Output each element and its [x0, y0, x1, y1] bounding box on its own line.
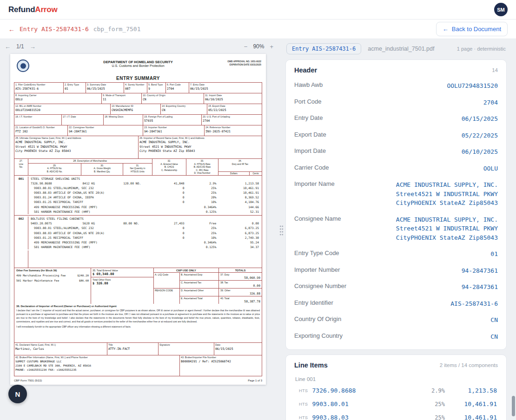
field-row[interactable]: Port Code 2704 [294, 94, 498, 111]
field-label: Exporting Country [294, 332, 343, 339]
field-row[interactable]: Exporting Country CN [294, 328, 498, 345]
component-duty: 10,461.91 [218, 190, 262, 195]
scrollbar-thumb[interactable] [512, 396, 515, 416]
field-row[interactable]: Entry Date 06/15/2025 [294, 111, 498, 127]
breadcrumb: ← Entry AIS-2587431-6 cbp_form_7501 [8, 26, 140, 33]
totals-box: TOTALS 37. Duty 58,060.90 [219, 268, 262, 304]
fee-row: 501 Harbor Maintenance Fee $86.68 [16, 278, 89, 283]
field-row[interactable]: Consignee Number 94-2847361 [294, 279, 498, 295]
form-box-label: 26. Importer of Record Name (Last, First… [139, 137, 261, 140]
component-code-desc: 9903.80.01 STEEL/ALUMINUM, SEC 232 [28, 226, 152, 230]
field-row[interactable]: Importer Number 94-2847361 [294, 262, 498, 279]
total-row: 38. Tax 0.00 [219, 280, 262, 288]
dhs-seal-icon [17, 59, 29, 72]
declarant-name-box: 41. Declarant Name (Last, First, M.I.) M… [14, 343, 107, 355]
breadcrumb-doc-name: cbp_form_7501 [93, 26, 141, 33]
field-row[interactable]: Country Of Origin CN [294, 312, 498, 328]
form-box: 8. Importing Carrier OOLU [14, 93, 102, 104]
form-box-value: 2704 [167, 87, 188, 92]
component-rate: 20% [186, 195, 218, 200]
component-rate: 0.3464% [186, 205, 218, 210]
hts-tag: HTS [299, 402, 308, 407]
line-no: 001 [14, 177, 28, 181]
app-logo[interactable]: RefundArrow [8, 5, 57, 14]
form-box: 17. I.T. Date [62, 115, 104, 125]
field-row[interactable]: Carrier Code OOLU [294, 160, 498, 177]
cbp-form-7501: DEPARTMENT OF HOMELAND SECURITY U.S. Cus… [14, 59, 262, 382]
form-box-label: 9. Mode of Transport [103, 94, 140, 97]
component-row: 9903.01.24 ARTICLE OF CHINA, IEEPA 0 20%… [14, 195, 262, 200]
back-arrow-icon[interactable]: ← [8, 26, 15, 33]
signature-date-box: Date 06/15/2025 [214, 343, 262, 355]
panel-resize-handle[interactable] [279, 225, 284, 236]
col-entered-value: 32. A. Entered Value B. CHGS C. Relation… [152, 159, 186, 175]
field-value: 06/15/2025 [462, 114, 498, 124]
form-box-value: FTZ 202 [15, 130, 66, 134]
col-line-no: 27. Line No. [14, 159, 28, 175]
line-weight: 8412 KG [82, 181, 124, 186]
component-value: 0 [152, 200, 186, 204]
prev-page-icon[interactable]: ← [5, 43, 11, 50]
component-value: 0 [152, 195, 186, 200]
line-components: 9903.80.01 STEEL/ALUMINUM, SEC 232 0 25%… [14, 186, 262, 214]
total-amount: 0.00 [220, 284, 260, 288]
component-row: 9903.80.01 STEEL/ALUMINUM, SEC 232 0 25%… [14, 186, 262, 190]
back-to-document-button[interactable]: ← Back to Document [436, 22, 508, 36]
component-value: 0 [152, 236, 186, 240]
ascertained-tax-label: C. Ascertained Tax [180, 280, 218, 288]
floating-nav-button[interactable]: N [8, 385, 27, 403]
panel-scroll-area[interactable]: Header 14 Hawb Awb OOLU7294831520 Port C… [285, 59, 507, 420]
field-row[interactable]: Entry Identifier AIS-2587431-6 [294, 295, 498, 312]
field-label: Importer Name [294, 180, 335, 187]
hts-row[interactable]: HTS 9903.88.03 25% 10,461.91 [294, 411, 498, 420]
next-page-icon[interactable]: → [30, 43, 36, 50]
field-row[interactable]: Importer Name ACME INDUSTRIAL SUPPLY, IN… [294, 177, 498, 211]
field-value: OOLU [483, 164, 498, 173]
field-row[interactable]: Import Date 06/10/2025 [294, 144, 498, 160]
broker-info-box: 42. Broker/Filer Information (Name, Firs… [14, 355, 180, 376]
breadcrumb-entry-link[interactable]: Entry AIS-2587431-6 [20, 26, 89, 33]
form-row-2: 8. Importing Carrier OOLU 9. Mode of Tra… [14, 93, 262, 104]
form-box-value: 05/22/2025 [208, 108, 261, 113]
form-box: 23. Importer Number 94-2847361 [143, 125, 205, 136]
component-row: 9903.80.01 STEEL/ALUMINUM, SEC 232 0 25%… [14, 226, 262, 230]
merch-table-filler [14, 250, 262, 268]
total-row: 39. Other 326.88 [219, 288, 262, 296]
pdf-canvas-area[interactable]: DEPARTMENT OF HOMELAND SECURITY U.S. Cus… [0, 54, 283, 420]
field-row[interactable]: Entry Type Code 01 [294, 246, 498, 262]
totals-title: TOTALS [219, 268, 262, 273]
field-label: Importer Number [294, 266, 340, 273]
field-value: CN [490, 332, 498, 341]
form-box: 5. Bond Type 9 [147, 83, 166, 93]
form-box-value: INV-2025-07421 [205, 130, 261, 134]
component-rate: 0.125% [186, 245, 218, 249]
field-row[interactable]: Consignee Name ACME INDUSTRIAL SUPPLY, I… [294, 211, 498, 246]
line-items-card: Line Items 2 items / 14 components Line … [285, 354, 507, 420]
form-box-label: 7. Entry Date [190, 83, 261, 86]
component-value [152, 205, 186, 210]
zoom-out-button[interactable]: − [244, 43, 248, 50]
field-row[interactable]: Hawb Awb OOLU7294831520 [294, 78, 498, 94]
component-value: 0 [152, 231, 186, 236]
extraction-panel: Entry AIS-2587431-6 acme_industrial_7501… [283, 39, 516, 420]
col-htsus-rate: 33. A. HTSUS Rate B. AD/CVD Rate C. IRC … [186, 159, 218, 175]
field-value: 2704 [483, 98, 498, 107]
tab-document[interactable]: acme_industrial_7501.pdf [368, 46, 434, 52]
form-box: 1. Filer Code/Entry Number AIS-2587431-6 [14, 83, 64, 93]
zoom-in-button[interactable]: + [270, 43, 273, 50]
hts-row[interactable]: HTS 7326.90.8688 2.9% 1,213.58 [294, 384, 498, 397]
hts-row[interactable]: HTS 9903.80.01 25% 10,461.91 [294, 397, 498, 411]
ascertained-other-label: D. Ascertained Other [180, 288, 218, 296]
user-avatar[interactable]: SM [494, 3, 508, 16]
tab-entry[interactable]: Entry AIS-2587431-6 [286, 43, 361, 54]
form-box-value: 94-2847361 [69, 130, 142, 134]
component-code-desc: 499 MERCHANDISE PROCESSING FEE (MPF) [28, 240, 152, 245]
field-row[interactable]: Export Date 05/22/2025 [294, 127, 498, 144]
component-duty: 8,369.52 [218, 195, 262, 200]
total-row: 40. Total 58,387.78 [219, 296, 262, 304]
form-box-label: 5. Bond Type [148, 83, 165, 86]
field-label: Entry Identifier [294, 299, 333, 306]
form-box-value: 57035 [144, 119, 200, 124]
component-code-desc: 501 HARBOR MAINTENANCE FEE (HMF) [28, 245, 152, 249]
field-value: 94-2847361 [462, 266, 498, 276]
